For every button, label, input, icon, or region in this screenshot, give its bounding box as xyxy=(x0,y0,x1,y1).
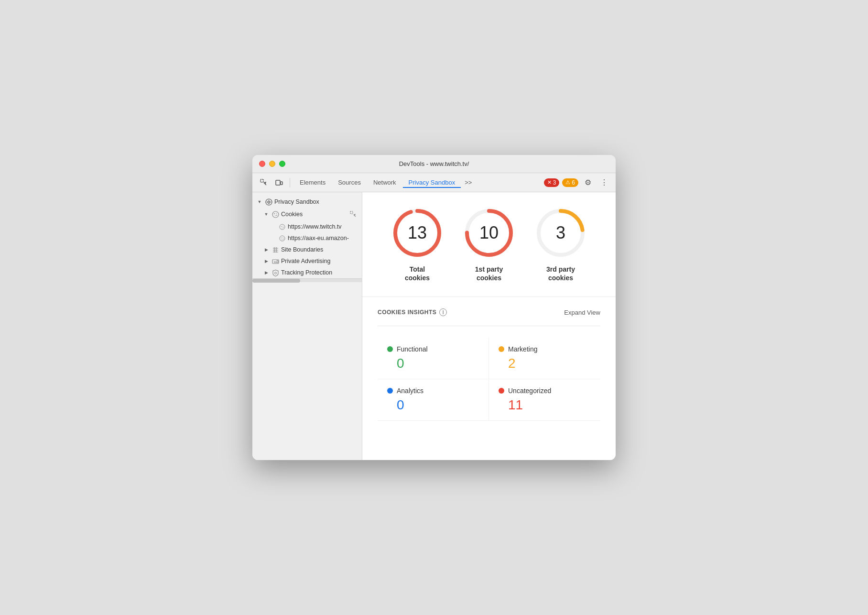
svg-point-23 xyxy=(274,272,276,274)
amazon-url-cookie-icon xyxy=(278,234,286,242)
svg-point-13 xyxy=(282,226,283,226)
sidebar: ▼ Privacy Sandbox ▼ xyxy=(252,192,362,460)
private-advertising-icon xyxy=(271,257,279,265)
sidebar-label-cookies: Cookies xyxy=(281,211,347,218)
functional-value: 0 xyxy=(387,356,479,371)
sidebar-label-twitch-url: https://www.twitch.tv xyxy=(288,223,358,230)
stats-section: 13 Total cookies 10 xyxy=(362,192,616,297)
warning-badge[interactable]: ⚠ 6 xyxy=(562,178,578,187)
svg-rect-2 xyxy=(281,182,282,185)
twitch-url-cookie-icon xyxy=(278,223,286,231)
insights-title-text: COOKIES INSIGHTS xyxy=(378,309,436,316)
insight-marketing: Marketing 2 xyxy=(489,338,600,379)
svg-point-19 xyxy=(282,239,282,240)
error-badge[interactable]: ✕ 3 xyxy=(544,178,560,187)
first-party-cookies-ring: 10 xyxy=(463,207,515,259)
analytics-label: Analytics xyxy=(397,387,423,395)
svg-point-14 xyxy=(282,228,282,228)
svg-point-8 xyxy=(275,215,276,216)
cookies-action-icon[interactable] xyxy=(348,209,358,219)
toolbar: Elements Sources Network Privacy Sandbox… xyxy=(252,173,616,192)
error-count: 3 xyxy=(553,179,556,186)
svg-point-11 xyxy=(280,224,285,230)
sidebar-item-twitch-url[interactable]: ▶ https://www.twitch.tv xyxy=(252,221,362,232)
marketing-label: Marketing xyxy=(508,345,537,353)
insights-title-container: COOKIES INSIGHTS i xyxy=(378,308,447,316)
more-options-icon[interactable]: ⋮ xyxy=(597,176,611,189)
analytics-label-row: Analytics xyxy=(387,387,479,395)
tab-elements[interactable]: Elements xyxy=(294,177,331,188)
device-toggle-icon[interactable] xyxy=(272,176,286,189)
tab-privacy-sandbox[interactable]: Privacy Sandbox xyxy=(403,177,461,188)
insights-info-icon[interactable]: i xyxy=(439,308,447,316)
sidebar-label-privacy-sandbox: Privacy Sandbox xyxy=(274,198,358,205)
title-bar: DevTools - www.twitch.tv/ xyxy=(252,155,616,173)
functional-label: Functional xyxy=(397,345,428,353)
total-cookies-label: Total cookies xyxy=(405,265,430,282)
site-boundaries-icon xyxy=(271,246,279,253)
third-party-cookies-stat: 3 3rd party cookies xyxy=(534,207,587,282)
marketing-value: 2 xyxy=(499,356,591,371)
selector-tool-icon[interactable] xyxy=(257,176,271,189)
tab-network[interactable]: Network xyxy=(368,177,402,188)
svg-rect-0 xyxy=(260,179,263,182)
sidebar-item-tracking-protection[interactable]: ▶ Tracking Protection xyxy=(252,267,362,278)
uncategorized-value: 11 xyxy=(499,397,591,413)
tracking-protection-icon xyxy=(271,269,279,276)
total-cookies-number: 13 xyxy=(408,223,427,243)
sidebar-scrollbar-thumb[interactable] xyxy=(252,279,300,283)
expand-view-button[interactable]: Expand View xyxy=(564,309,600,316)
maximize-button[interactable] xyxy=(279,161,285,167)
svg-point-5 xyxy=(272,211,279,218)
functional-label-row: Functional xyxy=(387,345,479,353)
sidebar-item-privacy-sandbox[interactable]: ▼ Privacy Sandbox xyxy=(252,196,362,208)
functional-dot xyxy=(387,346,393,352)
settings-gear-icon[interactable]: ⚙ xyxy=(581,176,595,189)
svg-point-18 xyxy=(282,237,283,238)
tab-sources[interactable]: Sources xyxy=(332,177,367,188)
svg-point-16 xyxy=(280,236,285,241)
svg-point-6 xyxy=(274,213,275,214)
private-advertising-expand-icon: ▶ xyxy=(263,258,270,264)
site-boundaries-expand-icon: ▶ xyxy=(263,246,270,253)
error-x-icon: ✕ xyxy=(547,179,552,186)
insight-uncategorized: Uncategorized 11 xyxy=(489,379,600,421)
close-button[interactable] xyxy=(259,161,265,167)
uncategorized-label-row: Uncategorized xyxy=(499,387,591,395)
first-party-cookies-number: 10 xyxy=(479,223,499,243)
svg-rect-10 xyxy=(350,211,353,214)
first-party-cookies-label: 1st party cookies xyxy=(475,265,503,282)
sidebar-item-cookies[interactable]: ▼ Cookies xyxy=(252,208,362,221)
warning-icon: ⚠ xyxy=(565,179,570,186)
third-party-cookies-label: 3rd party cookies xyxy=(546,265,575,282)
cookies-expand-icon: ▼ xyxy=(263,211,270,218)
svg-point-9 xyxy=(276,215,277,216)
sidebar-scrollbar[interactable] xyxy=(252,278,362,282)
svg-rect-1 xyxy=(276,180,280,185)
sidebar-item-private-advertising[interactable]: ▶ Private Advertising xyxy=(252,255,362,267)
third-party-cookies-number: 3 xyxy=(556,223,565,243)
uncategorized-dot xyxy=(499,388,504,394)
insight-analytics: Analytics 0 xyxy=(378,379,489,421)
more-tabs-button[interactable]: >> xyxy=(462,177,475,188)
svg-point-15 xyxy=(283,227,284,228)
svg-point-12 xyxy=(281,226,282,227)
insights-section: COOKIES INSIGHTS i Expand View Functiona… xyxy=(362,297,616,460)
svg-rect-22 xyxy=(277,260,278,263)
window-title: DevTools - www.twitch.tv/ xyxy=(399,160,469,167)
sidebar-label-site-boundaries: Site Boundaries xyxy=(281,246,358,253)
minimize-button[interactable] xyxy=(269,161,275,167)
third-party-cookies-ring: 3 xyxy=(534,207,587,259)
svg-point-7 xyxy=(276,213,277,214)
warning-count: 6 xyxy=(572,179,575,186)
sidebar-item-site-boundaries[interactable]: ▶ Site Boundaries xyxy=(252,244,362,255)
privacy-sandbox-icon xyxy=(265,198,272,206)
sidebar-label-tracking-protection: Tracking Protection xyxy=(281,269,358,276)
traffic-lights xyxy=(259,161,285,167)
cookies-icon xyxy=(271,210,279,218)
sidebar-item-amazon-url[interactable]: ▶ https://aax-eu.amazon- xyxy=(252,232,362,244)
marketing-label-row: Marketing xyxy=(499,345,591,353)
insights-grid: Functional 0 Marketing 2 xyxy=(378,338,600,421)
content-panel: 13 Total cookies 10 xyxy=(362,192,616,460)
devtools-window: DevTools - www.twitch.tv/ Elements Sourc… xyxy=(252,155,616,460)
